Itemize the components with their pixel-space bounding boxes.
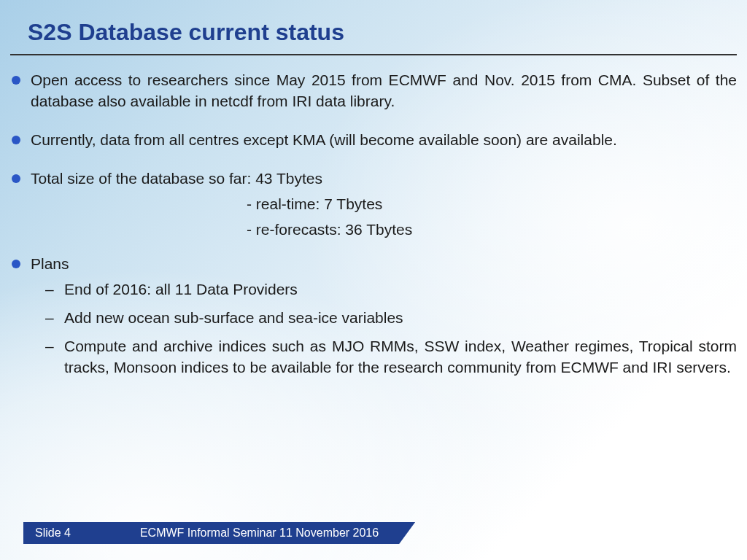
bullet-item: Total size of the database so far: 43 Tb…: [10, 168, 737, 241]
sub-bullet-item: Add new ocean sub-surface and sea-ice va…: [42, 308, 737, 329]
sub-bullet-text: Add new ocean sub-surface and sea-ice va…: [64, 309, 403, 326]
bullet-text: Total size of the database so far: 43 Tb…: [31, 170, 322, 187]
sub-bullet-item: End of 2016: all 11 Data Providers: [42, 279, 737, 300]
slide: S2S Database current status Open access …: [0, 0, 747, 560]
bullet-item: Plans End of 2016: all 11 Data Providers…: [10, 254, 737, 378]
slide-number: Slide 4: [23, 522, 90, 544]
sub-bullet-text: Compute and archive indices such as MJO …: [64, 338, 737, 376]
bullet-text: Plans: [31, 255, 69, 272]
bullet-item: Open access to researchers since May 201…: [10, 70, 737, 112]
sub-bullet-item: Compute and archive indices such as MJO …: [42, 336, 737, 378]
slide-title: S2S Database current status: [28, 19, 719, 52]
bullet-item: Currently, data from all centres except …: [10, 130, 737, 151]
footer-bar: Slide 4 ECMWF Informal Seminar 11 Novemb…: [23, 522, 415, 544]
bullet-text: Currently, data from all centres except …: [31, 131, 617, 148]
sub-bullet-text: End of 2016: all 11 Data Providers: [64, 281, 298, 298]
bullet-text: Open access to researchers since May 201…: [31, 71, 737, 109]
title-divider: [10, 54, 737, 55]
sub-line: - re-forecasts: 36 Tbytes: [31, 219, 737, 241]
sub-bullet-list: End of 2016: all 11 Data Providers Add n…: [31, 279, 737, 378]
slide-body: Open access to researchers since May 201…: [10, 70, 737, 509]
bullet-list: Open access to researchers since May 201…: [10, 70, 737, 378]
sub-line: - real-time: 7 Tbytes: [31, 194, 737, 215]
footer-seminar: ECMWF Informal Seminar 11 November 2016: [89, 522, 415, 544]
